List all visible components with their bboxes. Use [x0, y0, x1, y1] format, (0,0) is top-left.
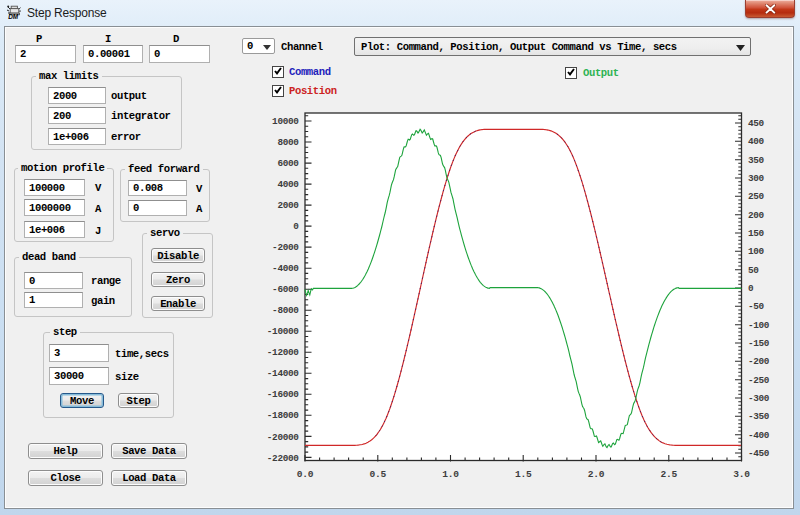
svg-text:6000: 6000: [277, 158, 299, 169]
svg-text:-250: -250: [748, 375, 770, 386]
svg-text:-350: -350: [748, 411, 770, 422]
svg-text:-22000: -22000: [267, 453, 299, 464]
svg-text:-20000: -20000: [267, 432, 299, 443]
svg-text:1.5: 1.5: [515, 469, 532, 480]
svg-text:-10000: -10000: [267, 326, 299, 337]
svg-text:-4000: -4000: [272, 263, 299, 274]
svg-text:-2000: -2000: [272, 242, 299, 253]
svg-text:0: 0: [293, 221, 299, 232]
svg-text:0: 0: [748, 283, 754, 294]
svg-text:450: 450: [748, 118, 765, 129]
svg-text:-450: -450: [748, 448, 770, 459]
svg-text:4000: 4000: [277, 179, 299, 190]
svg-text:-300: -300: [748, 393, 770, 404]
svg-text:-18000: -18000: [267, 410, 299, 421]
svg-text:10000: 10000: [272, 116, 299, 127]
svg-text:-150: -150: [748, 338, 770, 349]
svg-text:250: 250: [748, 191, 765, 202]
svg-text:0.0: 0.0: [297, 469, 314, 480]
svg-text:100: 100: [748, 246, 765, 257]
svg-text:-50: -50: [748, 301, 765, 312]
svg-text:-12000: -12000: [267, 347, 299, 358]
svg-text:300: 300: [748, 173, 765, 184]
svg-text:8000: 8000: [277, 137, 299, 148]
svg-text:-16000: -16000: [267, 389, 299, 400]
svg-text:-14000: -14000: [267, 368, 299, 379]
svg-text:1.0: 1.0: [442, 469, 459, 480]
svg-text:150: 150: [748, 228, 765, 239]
svg-text:0.5: 0.5: [370, 469, 387, 480]
svg-text:-6000: -6000: [272, 284, 299, 295]
svg-text:3.0: 3.0: [733, 469, 750, 480]
svg-text:2000: 2000: [277, 200, 299, 211]
svg-text:-200: -200: [748, 356, 770, 367]
svg-text:200: 200: [748, 210, 765, 221]
svg-text:50: 50: [748, 265, 759, 276]
svg-text:-100: -100: [748, 320, 770, 331]
svg-text:350: 350: [748, 155, 765, 166]
svg-text:2.0: 2.0: [588, 469, 605, 480]
svg-text:2.5: 2.5: [661, 469, 678, 480]
svg-text:400: 400: [748, 136, 765, 147]
svg-text:-400: -400: [748, 430, 770, 441]
svg-text:-8000: -8000: [272, 305, 299, 316]
